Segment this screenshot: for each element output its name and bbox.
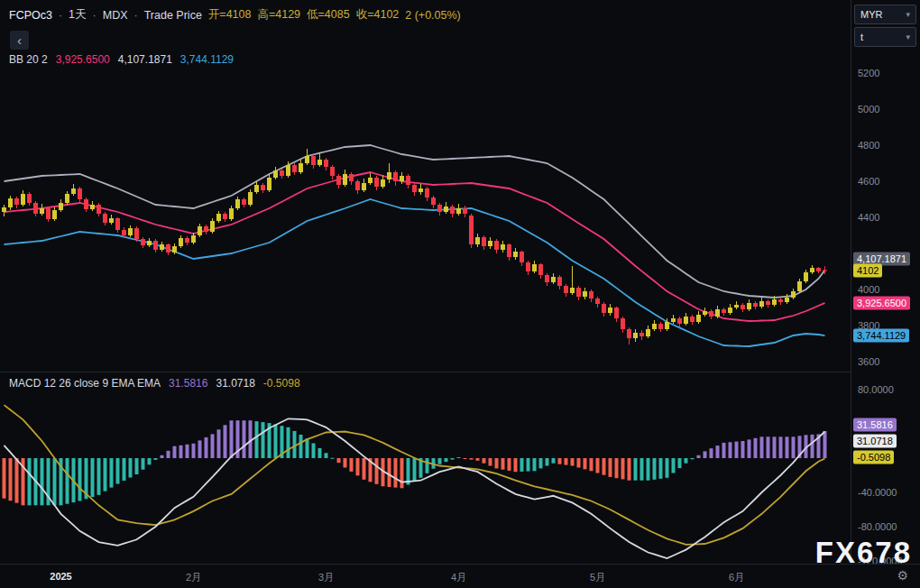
time-axis[interactable]: 20252月3月4月5月6月 ⚙: [0, 564, 920, 588]
series-type-label: Trade Price: [144, 9, 202, 22]
macd-indicator-label: MACD 12 26 close 9 EMA EMA: [9, 377, 161, 390]
bb-upper-value: 4,107.1871: [118, 53, 172, 66]
price-tick: 4400: [858, 212, 879, 223]
separator-dot: ·: [59, 9, 62, 22]
macd-tick: 80.0000: [858, 384, 894, 395]
unit-dropdown[interactable]: t ▾: [854, 27, 916, 47]
time-axis-label: 2月: [186, 571, 201, 584]
macd-tag: 31.0718: [853, 434, 897, 447]
time-axis-label: 3月: [318, 571, 334, 584]
price-tick: 3600: [858, 356, 879, 367]
price-tick: 4000: [858, 284, 879, 295]
time-axis-label: 6月: [729, 571, 744, 584]
symbol-name: FCPOc3: [9, 9, 52, 22]
macd-tag: -0.5098: [853, 450, 894, 464]
price-tick: 5000: [858, 104, 879, 115]
price-tag: 3,744.1129: [853, 328, 909, 342]
time-axis-label: 4月: [451, 571, 466, 584]
watermark: FX678: [815, 536, 912, 570]
back-arrow-icon: ‹: [17, 32, 22, 48]
bb-indicator-label: BB 20 2: [9, 53, 48, 66]
macd-histogram: [3, 420, 827, 505]
bollinger-bands: [5, 145, 825, 346]
separator-dot: ·: [134, 9, 138, 22]
price-tick: 5200: [858, 68, 879, 78]
currency-value: MYR: [860, 9, 882, 20]
change-value: 2 (+0.05%): [405, 9, 461, 22]
macd-tag: 31.5816: [853, 418, 897, 431]
settings-gear-icon[interactable]: ⚙: [897, 569, 908, 582]
chevron-down-icon: ▾: [906, 10, 910, 19]
macd-line-value: 31.0718: [216, 377, 254, 390]
macd-line: [5, 418, 825, 558]
macd-legend[interactable]: MACD 12 26 close 9 EMA EMA 31.5816 31.07…: [9, 377, 300, 390]
price-tag: 3,925.6500: [853, 296, 910, 309]
macd-signal-value: -0.5098: [263, 377, 300, 390]
open-value: 开=4108: [208, 7, 252, 23]
exchange-label: MDX: [103, 9, 128, 22]
back-button[interactable]: ‹: [10, 31, 29, 50]
macd-hist-value: 31.5816: [169, 377, 207, 390]
time-axis-label: 5月: [590, 571, 605, 584]
chart-legend-header[interactable]: FCPOc3 · 1天 · MDX · Trade Price 开=4108 高…: [9, 7, 461, 23]
separator-dot: ·: [93, 9, 97, 22]
low-value: 低=4085: [307, 7, 350, 23]
currency-dropdown[interactable]: MYR ▾: [854, 5, 916, 24]
macd-tick: -40.0000: [858, 487, 897, 498]
close-value: 收=4102: [356, 7, 400, 23]
bb-basis-value: 3,925.6500: [56, 53, 110, 66]
chevron-down-icon: ▾: [906, 32, 910, 41]
interval-label: 1天: [69, 7, 86, 23]
macd-pane[interactable]: [0, 372, 851, 564]
time-axis-label: 2025: [50, 571, 71, 582]
pane-divider[interactable]: [0, 372, 920, 372]
macd-tick: -80.0000: [858, 521, 897, 532]
price-tick: 4800: [858, 140, 879, 151]
high-value: 高=4129: [257, 7, 300, 23]
candles: [2, 149, 827, 345]
price-tag: 4102: [853, 263, 882, 277]
unit-value: t: [860, 32, 863, 42]
price-scale-axis[interactable]: 5200500048004600440040003800360080.0000-…: [851, 0, 920, 564]
bollinger-legend[interactable]: BB 20 2 3,925.6500 4,107.1871 3,744.1129: [9, 53, 234, 66]
price-tick: 4600: [858, 176, 879, 187]
bb-lower-value: 3,744.1129: [180, 53, 234, 66]
